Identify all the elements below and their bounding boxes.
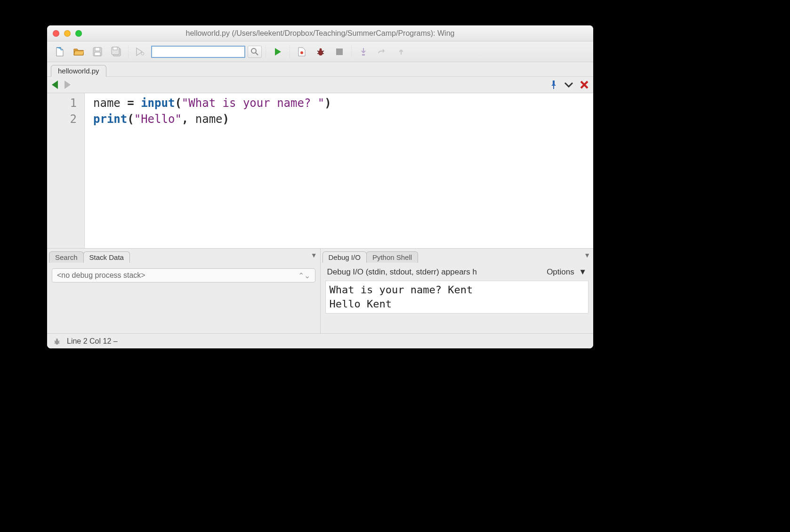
token-kw-fn: input <box>141 97 175 110</box>
debug-io-output[interactable]: What is your name? Kent Hello Kent <box>325 281 589 314</box>
nav-forward-button[interactable] <box>64 81 71 89</box>
token-op: ) <box>223 113 229 126</box>
ide-window: helloworld.py (/Users/leekent/Dropbox/Te… <box>47 25 593 348</box>
svg-rect-2 <box>95 52 100 56</box>
code-line[interactable]: name = input("What is your name? ") <box>93 95 331 111</box>
toolbar-separator <box>290 46 290 58</box>
debug-file-button[interactable] <box>294 45 310 59</box>
open-file-button[interactable] <box>71 45 87 59</box>
main-toolbar <box>47 41 593 62</box>
stop-button[interactable] <box>331 45 347 59</box>
token-op: = <box>127 97 134 110</box>
toolbar-separator <box>351 46 352 58</box>
file-tab-bar: helloworld.py <box>47 62 593 76</box>
options-button[interactable]: Options ▼ <box>547 267 587 277</box>
line-number: 1 <box>47 95 77 111</box>
svg-point-19 <box>55 340 59 345</box>
token-ident: name <box>93 97 127 110</box>
svg-point-9 <box>300 51 303 54</box>
token-ident: name <box>188 113 222 126</box>
dropdown-icon[interactable] <box>564 82 573 88</box>
search-button[interactable] <box>248 46 262 58</box>
code-line[interactable]: print("Hello", name) <box>93 111 331 127</box>
svg-line-8 <box>256 53 258 55</box>
toolbar-search[interactable] <box>151 46 245 58</box>
close-editor-icon[interactable] <box>580 81 588 89</box>
close-window-button[interactable] <box>53 30 59 37</box>
debug-button[interactable] <box>313 45 329 59</box>
right-panel: Debug I/O Python Shell ▼ Debug I/O (stdi… <box>321 249 594 333</box>
token-op: , <box>182 113 188 126</box>
left-panel: Search Stack Data ▼ <no debug process st… <box>47 249 321 333</box>
cursor-position: Line 2 Col 12 – <box>67 337 118 346</box>
toolbar-separator <box>266 46 266 58</box>
bug-icon[interactable] <box>53 337 61 346</box>
step-into-button[interactable] <box>355 45 371 59</box>
code-area[interactable]: name = input("What is your name? ")print… <box>85 93 331 248</box>
step-out-button[interactable] <box>393 45 409 59</box>
svg-point-6 <box>141 52 144 55</box>
code-editor[interactable]: 12 name = input("What is your name? ")pr… <box>47 93 593 249</box>
token-op: ( <box>127 113 134 126</box>
svg-rect-1 <box>95 48 100 51</box>
debug-io-description: Debug I/O (stdin, stdout, stderr) appear… <box>327 267 477 277</box>
svg-point-15 <box>320 48 322 50</box>
svg-point-20 <box>56 339 58 340</box>
minimize-window-button[interactable] <box>64 30 71 37</box>
token-op: ) <box>324 97 331 110</box>
svg-line-14 <box>322 53 324 54</box>
right-panel-tabs: Debug I/O Python Shell ▼ <box>321 249 594 263</box>
svg-rect-5 <box>113 47 117 50</box>
svg-line-13 <box>317 53 319 54</box>
tab-python-shell[interactable]: Python Shell <box>366 251 418 263</box>
save-button[interactable] <box>89 45 105 59</box>
line-gutter: 12 <box>47 93 85 248</box>
token-ident <box>134 97 141 110</box>
file-tab[interactable]: helloworld.py <box>51 65 106 77</box>
stack-frame-text: <no debug process stack> <box>57 271 145 280</box>
svg-point-10 <box>318 50 323 56</box>
goto-definition-button[interactable] <box>132 45 148 59</box>
zoom-window-button[interactable] <box>75 30 82 37</box>
svg-point-7 <box>251 48 256 53</box>
save-all-button[interactable] <box>108 45 124 59</box>
left-panel-tabs: Search Stack Data ▼ <box>47 249 320 263</box>
toolbar-separator <box>128 46 129 58</box>
toolbar-search-input[interactable] <box>154 48 242 56</box>
token-str: "Hello" <box>134 113 182 126</box>
pin-icon[interactable] <box>550 80 557 89</box>
line-number: 2 <box>47 111 77 127</box>
titlebar: helloworld.py (/Users/leekent/Dropbox/Te… <box>47 25 593 41</box>
tab-debug-io[interactable]: Debug I/O <box>322 251 367 263</box>
left-panel-menu-icon[interactable]: ▼ <box>311 251 317 259</box>
editor-nav-row <box>47 76 593 93</box>
right-panel-menu-icon[interactable]: ▼ <box>584 251 590 259</box>
status-bar: Line 2 Col 12 – <box>47 333 593 348</box>
stack-frame-select[interactable]: <no debug process stack> ⌃⌄ <box>52 268 315 282</box>
nav-back-button[interactable] <box>52 81 58 89</box>
tab-search[interactable]: Search <box>49 251 84 263</box>
svg-rect-17 <box>362 54 365 56</box>
updown-icon: ⌃⌄ <box>298 271 310 280</box>
token-op: ( <box>175 97 181 110</box>
tab-stack-data[interactable]: Stack Data <box>83 251 130 263</box>
bottom-panels: Search Stack Data ▼ <no debug process st… <box>47 249 593 333</box>
token-kw-fn: print <box>93 113 127 126</box>
run-button[interactable] <box>270 45 286 59</box>
new-file-button[interactable] <box>52 45 68 59</box>
step-over-button[interactable] <box>374 45 390 59</box>
window-title: helloworld.py (/Users/leekent/Dropbox/Te… <box>47 29 593 38</box>
svg-rect-16 <box>336 48 343 55</box>
token-str: "What is your name? " <box>182 97 324 110</box>
